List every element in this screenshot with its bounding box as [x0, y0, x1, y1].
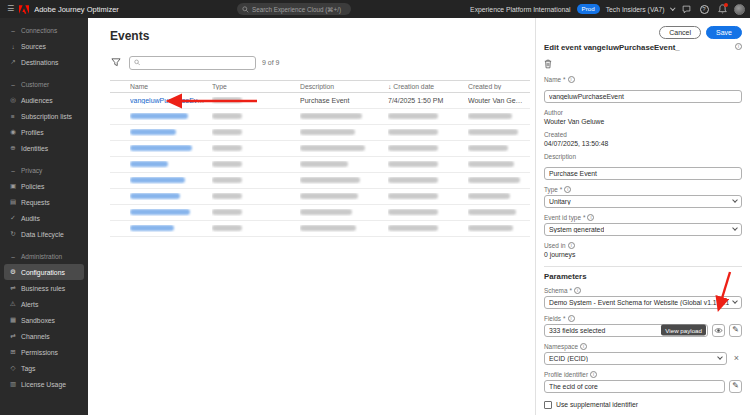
- column-header-type[interactable]: Type: [212, 83, 300, 90]
- info-icon[interactable]: i: [568, 242, 575, 249]
- supplemental-identifier-checkbox[interactable]: [544, 401, 552, 409]
- edit-profile-identifier-button[interactable]: ✎: [729, 380, 742, 393]
- cell-type: [212, 145, 300, 152]
- sidebar-item-audits[interactable]: ✓Audits: [4, 210, 84, 226]
- redacted-text: [212, 113, 242, 119]
- sidebar-item-alerts[interactable]: ⚠Alerts: [4, 296, 84, 312]
- schema-select[interactable]: Demo System - Event Schema for Website (…: [544, 296, 742, 309]
- feedback-button[interactable]: [680, 3, 692, 15]
- sidebar-item-subscription-lists[interactable]: ≡Subscription lists: [4, 108, 84, 124]
- column-header-name[interactable]: Name: [130, 83, 212, 90]
- info-icon[interactable]: i: [587, 214, 594, 221]
- delete-event-button[interactable]: [544, 58, 558, 70]
- table-row-redacted[interactable]: [110, 173, 530, 189]
- supplemental-identifier-row: Use supplemental identifier: [544, 401, 742, 409]
- info-icon[interactable]: i: [590, 371, 597, 378]
- sidebar-item-channels[interactable]: ⇄Channels: [4, 328, 84, 344]
- info-icon[interactable]: i: [735, 43, 742, 50]
- org-name[interactable]: Experience Platform International: [470, 6, 571, 13]
- event-id-type-select[interactable]: System generated: [544, 223, 742, 236]
- info-icon[interactable]: i: [574, 287, 581, 294]
- table-row-redacted[interactable]: [110, 205, 530, 221]
- notifications-button[interactable]: [716, 3, 728, 15]
- name-field[interactable]: [544, 90, 742, 103]
- table-row-redacted[interactable]: [110, 141, 530, 157]
- column-header-description[interactable]: Description: [300, 83, 388, 90]
- events-search-input[interactable]: [143, 59, 251, 66]
- redacted-text: [468, 209, 516, 215]
- redacted-text: [388, 193, 438, 199]
- sidebar-item-profiles[interactable]: ◉Profiles: [4, 124, 84, 140]
- clear-namespace-button[interactable]: ×: [731, 353, 742, 364]
- description-field[interactable]: [544, 167, 742, 180]
- type-select[interactable]: Unitary: [544, 195, 742, 208]
- info-icon[interactable]: i: [568, 315, 575, 322]
- sidebar-item-audiences[interactable]: ◎Audiences: [4, 92, 84, 108]
- table-row-redacted[interactable]: [110, 109, 530, 125]
- sidebar-item-identities[interactable]: ⊕Identities: [4, 140, 84, 156]
- info-icon[interactable]: i: [568, 76, 575, 83]
- sidebar-item-destinations[interactable]: ↗Destinations: [4, 54, 84, 70]
- sidebar-item-policies[interactable]: ▣Policies: [4, 178, 84, 194]
- sidebar-item-requests[interactable]: ▤Requests: [4, 194, 84, 210]
- event-name-link[interactable]: vangeluwPurchaseEvent_: [130, 97, 211, 104]
- table-row-redacted[interactable]: [110, 125, 530, 141]
- cell-created-by: [468, 177, 530, 184]
- namespace-select[interactable]: ECID (ECID): [544, 352, 727, 365]
- redacted-text: [468, 177, 520, 183]
- app-window: ☰ Adobe Journey Optimizer Search Experie…: [0, 0, 750, 415]
- sidebar-item-business-rules[interactable]: ⇌Business rules: [4, 280, 84, 296]
- redacted-text: [212, 177, 242, 183]
- sidebar-item-tags[interactable]: ◇Tags: [4, 360, 84, 376]
- redacted-text: [300, 209, 352, 215]
- view-payload-button[interactable]: [712, 324, 725, 337]
- cell-name: [130, 161, 212, 168]
- info-icon[interactable]: i: [580, 343, 587, 350]
- cell-name[interactable]: vangeluwPurchaseEvent_: [130, 97, 212, 104]
- filter-button[interactable]: [108, 55, 123, 70]
- sidebar-item-sandboxes[interactable]: ▦Sandboxes: [4, 312, 84, 328]
- column-header-creation-date[interactable]: ↓ Creation date: [388, 83, 468, 90]
- table-row-redacted[interactable]: [110, 221, 530, 237]
- global-search[interactable]: Search Experience Cloud (⌘+/): [237, 3, 351, 15]
- sandbox-switcher[interactable]: Tech Insiders (VA7): [606, 6, 665, 13]
- cell-creation-date: [388, 145, 468, 152]
- redacted-text: [130, 225, 174, 231]
- redacted-text: [388, 177, 438, 183]
- page-title: Events: [110, 29, 149, 43]
- tags-icon: ◇: [9, 364, 17, 372]
- chevron-down-icon: [717, 354, 723, 360]
- redacted-text: [300, 225, 356, 231]
- menu-icon[interactable]: ☰: [7, 5, 14, 13]
- sidebar-item-data-lifecycle[interactable]: ↻Data Lifecycle: [4, 226, 84, 242]
- sidebar-item-sources[interactable]: ↓Sources: [4, 38, 84, 54]
- sidebar-item-configurations[interactable]: ⚙Configurations: [4, 264, 84, 280]
- edit-fields-button[interactable]: ✎: [729, 324, 742, 337]
- user-avatar[interactable]: [734, 4, 745, 15]
- help-button[interactable]: ?: [698, 3, 710, 15]
- created-label: Created: [544, 131, 742, 138]
- created-value: 04/07/2025, 13:50:48: [544, 140, 742, 147]
- section-marker-icon: –: [9, 167, 17, 174]
- sidebar-item-license-usage[interactable]: ▥License Usage: [4, 376, 84, 392]
- audits-icon: ✓: [9, 214, 17, 222]
- profile-identifier-field[interactable]: [544, 380, 725, 393]
- cancel-button[interactable]: Cancel: [659, 26, 701, 39]
- info-icon[interactable]: i: [564, 186, 571, 193]
- save-button[interactable]: Save: [706, 26, 742, 39]
- namespace-label-row: Namespace i: [544, 343, 742, 350]
- main-content: Events 9 of 9 NameTypeDescription↓ Creat…: [88, 18, 535, 415]
- sidebar-nav: –Connections↓Sources↗Destinations–Custom…: [0, 18, 88, 415]
- redacted-text: [468, 193, 510, 199]
- cell-type: [212, 113, 300, 120]
- license-usage-icon: ▥: [9, 380, 17, 388]
- table-row-redacted[interactable]: [110, 157, 530, 173]
- column-header-created-by[interactable]: Created by: [468, 83, 530, 90]
- redacted-text: [130, 193, 180, 199]
- cell-description: [300, 209, 388, 216]
- table-row[interactable]: vangeluwPurchaseEvent_Purchase Event7/4/…: [110, 93, 530, 109]
- cell-type: [212, 129, 300, 136]
- redacted-text: [212, 129, 242, 135]
- table-row-redacted[interactable]: [110, 189, 530, 205]
- sidebar-item-permissions[interactable]: ⊞Permissions: [4, 344, 84, 360]
